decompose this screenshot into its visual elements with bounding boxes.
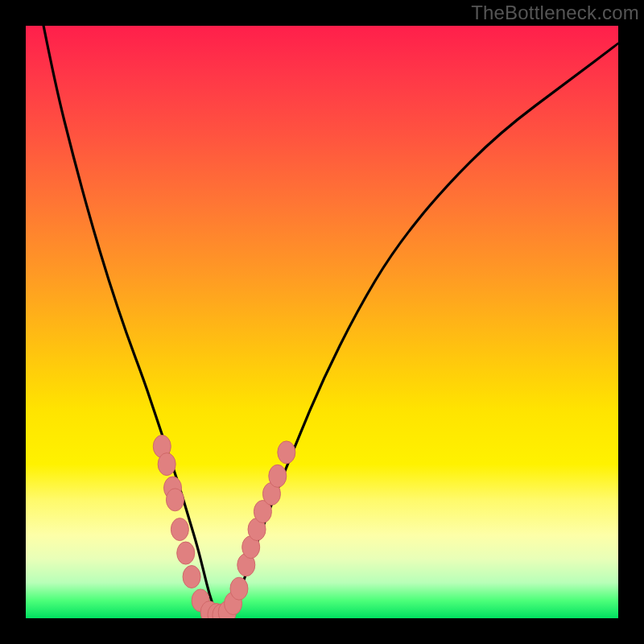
highlighted-point [269,464,287,487]
plot-area [26,26,618,618]
highlighted-points-group [153,436,295,618]
chart-svg-overlay [26,26,618,618]
highlighted-point [158,453,175,476]
highlighted-point [278,441,295,464]
highlighted-point [166,489,184,511]
highlighted-point [177,542,195,564]
highlighted-point [171,518,188,541]
highlighted-point [230,577,248,600]
watermark-text: TheBottleneck.com [471,2,639,24]
bottleneck-curve [43,26,618,614]
chart-frame: TheBottleneck.com [0,0,644,644]
highlighted-point [183,565,200,588]
